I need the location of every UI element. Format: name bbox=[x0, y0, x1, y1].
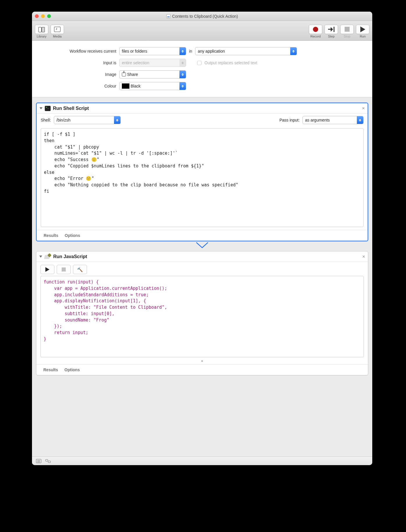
application-select[interactable]: any application bbox=[195, 47, 297, 55]
output-replaces-label: Output replaces selected text bbox=[204, 60, 257, 65]
remove-action-button[interactable]: × bbox=[362, 254, 365, 259]
action-header[interactable]: Run JavaScript × bbox=[36, 251, 368, 262]
receives-select[interactable]: files or folders bbox=[119, 47, 186, 55]
toolbar: Library Media Record Step Stop Run bbox=[32, 21, 372, 41]
action-title: Run JavaScript bbox=[53, 254, 87, 259]
image-value: Share bbox=[127, 72, 138, 77]
action-run-javascript[interactable]: Run JavaScript × 🔨 function run(input) {… bbox=[36, 251, 368, 375]
remove-action-button[interactable]: × bbox=[362, 106, 365, 111]
share-icon bbox=[122, 72, 126, 76]
workflow-connector bbox=[36, 242, 368, 249]
image-select[interactable]: Share bbox=[119, 70, 186, 78]
results-tab[interactable]: Results bbox=[43, 367, 58, 372]
library-icon bbox=[38, 27, 45, 32]
play-icon bbox=[45, 267, 49, 272]
chevron-updown-icon bbox=[179, 71, 186, 78]
colour-swatch-icon bbox=[122, 83, 129, 89]
image-label: Image bbox=[41, 72, 116, 77]
step-icon bbox=[328, 27, 334, 32]
pass-input-value: as arguments bbox=[305, 118, 330, 122]
stop-icon bbox=[345, 27, 350, 32]
minimize-window-button[interactable] bbox=[41, 14, 45, 18]
run-button[interactable] bbox=[356, 25, 369, 34]
stop-script-button[interactable] bbox=[57, 265, 71, 274]
shell-label: Shell: bbox=[41, 118, 51, 122]
pass-input-select[interactable]: as arguments bbox=[302, 116, 364, 124]
resize-handle[interactable] bbox=[201, 360, 203, 362]
javascript-textarea[interactable]: function run(input) { var app = Applicat… bbox=[40, 276, 364, 357]
chevron-updown-icon bbox=[290, 47, 297, 55]
shell-value: /bin/zsh bbox=[56, 118, 70, 122]
stop-label: Stop bbox=[344, 35, 350, 38]
titlebar: Contents to Clipboard (Quick Action) bbox=[32, 12, 372, 21]
action-title: Run Shell Script bbox=[53, 106, 89, 111]
log-view-button[interactable] bbox=[36, 459, 41, 463]
action-run-shell-script[interactable]: Run Shell Script × Shell: /bin/zsh Pass … bbox=[36, 103, 368, 241]
step-button[interactable] bbox=[325, 25, 338, 34]
record-icon bbox=[313, 27, 318, 32]
disclosure-triangle-icon[interactable] bbox=[39, 256, 42, 258]
chevron-updown-icon bbox=[114, 116, 120, 124]
stop-button[interactable] bbox=[340, 25, 354, 34]
chevron-updown-icon bbox=[357, 116, 363, 124]
output-replaces-checkbox bbox=[197, 61, 202, 65]
document-icon bbox=[166, 14, 170, 18]
run-script-button[interactable] bbox=[40, 265, 54, 274]
status-bar bbox=[32, 456, 372, 465]
script-editor-icon bbox=[44, 254, 51, 260]
record-label: Record bbox=[310, 35, 320, 38]
chevron-updown-icon bbox=[179, 82, 186, 90]
options-tab[interactable]: Options bbox=[65, 233, 80, 238]
terminal-icon bbox=[45, 106, 51, 111]
zoom-window-button[interactable] bbox=[47, 14, 51, 18]
results-tab[interactable]: Results bbox=[44, 233, 58, 238]
receives-label: Workflow receives current bbox=[41, 49, 116, 53]
hammer-icon: 🔨 bbox=[77, 267, 83, 272]
application-value: any application bbox=[198, 49, 225, 53]
run-icon bbox=[360, 26, 365, 32]
disclosure-triangle-icon[interactable] bbox=[40, 107, 42, 109]
window-title: Contents to Clipboard (Quick Action) bbox=[32, 14, 372, 19]
input-is-label: Input is bbox=[41, 60, 116, 65]
library-button[interactable] bbox=[35, 25, 48, 34]
shell-select[interactable]: /bin/zsh bbox=[54, 116, 121, 124]
colour-select[interactable]: Black bbox=[119, 82, 186, 90]
compile-script-button[interactable]: 🔨 bbox=[73, 265, 87, 274]
media-button[interactable] bbox=[51, 25, 64, 34]
stop-icon bbox=[62, 267, 66, 272]
workflow-config: Workflow receives current files or folde… bbox=[32, 41, 372, 97]
input-is-value: entire selection bbox=[122, 60, 149, 65]
run-label: Run bbox=[360, 35, 366, 38]
chevron-updown-icon bbox=[179, 59, 186, 67]
receives-value: files or folders bbox=[122, 49, 147, 53]
window-title-text: Contents to Clipboard (Quick Action) bbox=[172, 14, 238, 19]
in-label: in bbox=[189, 49, 192, 53]
step-label: Step bbox=[328, 35, 335, 38]
pass-input-label: Pass input: bbox=[279, 118, 300, 122]
shell-script-textarea[interactable]: if [ -f $1 ] then cat "$1" | pbcopy numL… bbox=[41, 128, 364, 227]
close-window-button[interactable] bbox=[35, 14, 39, 18]
window-controls bbox=[35, 14, 51, 18]
colour-value: Black bbox=[131, 84, 140, 88]
record-button[interactable] bbox=[309, 25, 322, 34]
colour-label: Colour bbox=[41, 84, 116, 88]
automator-window: Contents to Clipboard (Quick Action) Lib… bbox=[32, 12, 372, 465]
media-label: Media bbox=[53, 35, 62, 38]
workflow-canvas[interactable]: Run Shell Script × Shell: /bin/zsh Pass … bbox=[32, 97, 372, 456]
options-tab[interactable]: Options bbox=[65, 367, 80, 372]
input-is-select: entire selection bbox=[119, 59, 186, 67]
action-header[interactable]: Run Shell Script × bbox=[37, 103, 368, 114]
library-label: Library bbox=[37, 35, 47, 38]
variables-view-button[interactable] bbox=[45, 459, 51, 463]
chevron-updown-icon bbox=[179, 47, 186, 55]
media-icon bbox=[54, 27, 60, 32]
